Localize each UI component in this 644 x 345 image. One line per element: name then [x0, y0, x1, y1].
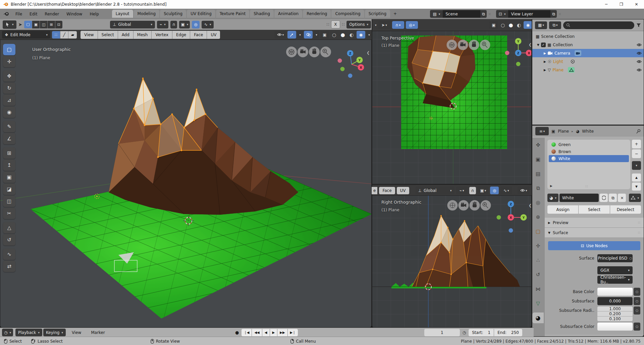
xray-toggle[interactable]: ▣: [489, 21, 498, 29]
stopwatch-icon[interactable]: ◷: [463, 330, 466, 335]
shading-solid-button[interactable]: ●: [507, 22, 514, 28]
tab-texture-paint[interactable]: Texture Paint: [216, 10, 249, 18]
menu-vertex[interactable]: Vertex: [152, 31, 172, 39]
tool-cursor[interactable]: ✛: [3, 56, 15, 67]
add-slot-button[interactable]: +: [632, 140, 641, 148]
tab-particles[interactable]: ∴: [532, 255, 544, 266]
list-expand-icon[interactable]: ▶: [550, 184, 552, 188]
animate-dot-button[interactable]: ○: [634, 306, 640, 315]
end-frame-field[interactable]: End:250: [494, 329, 522, 336]
mode-dropdown[interactable]: ❖ Edit Mode ▾: [2, 31, 50, 39]
menu-uv[interactable]: UV: [397, 187, 409, 194]
outliner-row-plane[interactable]: ▶ ▽ Plane: [532, 66, 644, 74]
editor-type-dropdown[interactable]: ≡▾: [535, 127, 549, 135]
slot-green[interactable]: Green: [549, 141, 629, 148]
animate-dot-button[interactable]: ○: [634, 288, 640, 296]
slot-specials-dropdown[interactable]: ▾: [632, 161, 641, 170]
tweak-cursor-icon[interactable]: ➤: [18, 22, 22, 27]
proportional-toggle[interactable]: ◎: [490, 187, 499, 194]
eye-icon[interactable]: [637, 68, 642, 72]
move-slot-down-button[interactable]: ▼: [632, 183, 641, 191]
list-grip[interactable]: ∷: [586, 185, 588, 188]
xray-toggle[interactable]: ▣: [320, 31, 329, 39]
outliner-row-collection[interactable]: ▼ ✓ ▦ Collection: [532, 41, 644, 49]
use-nodes-button[interactable]: ⊟ Use Nodes: [548, 241, 640, 250]
deselect-button[interactable]: Deselect: [610, 205, 641, 214]
radius-y-field[interactable]: 0.200: [597, 312, 633, 316]
tab-layout[interactable]: Layout: [112, 10, 133, 18]
tool-transform[interactable]: ◉: [3, 107, 15, 118]
breadcrumb-object[interactable]: Plane: [558, 129, 569, 134]
select-button[interactable]: Select: [579, 205, 609, 214]
overlays-toggle[interactable]: [304, 31, 313, 39]
snap-target-dropdown[interactable]: ⌁▾: [157, 21, 168, 28]
subsurface-method-dropdown[interactable]: Christensen-Bu.. ▾: [597, 276, 633, 284]
tool-annotate[interactable]: ✎: [3, 121, 15, 132]
menu-mesh[interactable]: Mesh: [133, 31, 152, 39]
editor-type-dropdown[interactable]: ▦▾: [535, 21, 547, 29]
mirror-x-toggle[interactable]: X: [331, 20, 340, 28]
scene-type-dropdown[interactable]: ▤ ▾: [430, 10, 443, 18]
menu-edit[interactable]: Edit: [26, 10, 41, 18]
gizmo-toggle[interactable]: [287, 31, 296, 39]
tab-modeling[interactable]: Modeling: [134, 10, 160, 18]
shading-dropdown[interactable]: ▾: [367, 31, 372, 39]
proportional-toggle[interactable]: ◎▾: [406, 21, 418, 29]
tab-object[interactable]: ▢: [532, 226, 544, 237]
close-button[interactable]: ✕: [629, 0, 644, 9]
menu-add[interactable]: Add: [118, 31, 133, 39]
overlays-dropdown[interactable]: ▾: [314, 31, 319, 39]
tool-rotate[interactable]: ↻: [3, 82, 15, 94]
menu-face[interactable]: Face: [379, 187, 395, 194]
tab-sculpting[interactable]: Sculpting: [160, 10, 186, 18]
tab-tool[interactable]: ✜: [532, 140, 544, 150]
menu-edge[interactable]: Edge: [172, 31, 190, 39]
minimize-button[interactable]: ─: [599, 0, 614, 9]
preview-panel-header[interactable]: ▶ Preview ∷: [545, 218, 644, 228]
edge-select-button[interactable]: ╱: [60, 31, 68, 39]
eye-icon[interactable]: [637, 43, 642, 47]
transform-orientation-dropdown[interactable]: ⊥ Global ▾: [416, 187, 454, 194]
tab-output[interactable]: ▤: [532, 168, 544, 179]
snap-target-dropdown[interactable]: ⌁▾: [456, 187, 468, 194]
tab-render[interactable]: ▣: [532, 154, 544, 165]
collection-checkbox[interactable]: ✓: [541, 43, 546, 47]
disclosure-icon[interactable]: ▼: [537, 43, 539, 47]
tool-add-cube[interactable]: ⊞: [3, 147, 15, 159]
tab-animation[interactable]: Animation: [274, 10, 302, 18]
tool-knife[interactable]: ✂: [3, 208, 15, 219]
blender-menu-icon[interactable]: [3, 12, 9, 16]
select-mode-invert-button[interactable]: ⊞: [48, 21, 55, 28]
subsurface-value-field[interactable]: 0.000: [597, 297, 633, 305]
tab-view-layer[interactable]: ⧉: [532, 183, 544, 194]
snap-toggle[interactable]: ∩▾: [392, 21, 404, 29]
tool-loop-cut[interactable]: ◫: [3, 196, 15, 207]
play-button[interactable]: ▶: [270, 329, 277, 336]
scene-name-field[interactable]: Scene: [443, 10, 480, 18]
shading-wireframe-button[interactable]: ○: [330, 32, 338, 38]
record-button[interactable]: ●: [235, 330, 239, 335]
tab-scene[interactable]: ◎: [532, 197, 544, 208]
eye-icon[interactable]: [637, 60, 642, 63]
slot-white[interactable]: White: [549, 155, 629, 162]
active-tool-dropdown[interactable]: ▾: [3, 20, 16, 29]
snap-options-dropdown[interactable]: ▣▾: [179, 21, 190, 28]
light-data-badge[interactable]: [570, 59, 576, 64]
display-mode-dropdown[interactable]: ⧉▾: [549, 21, 561, 29]
subsurface-color-swatch[interactable]: [597, 323, 633, 331]
radius-z-field[interactable]: 0.100: [597, 317, 633, 321]
gizmo-dropdown[interactable]: ▾: [298, 31, 303, 39]
viewport-right[interactable]: Z X Y ❮ Right Orthographic (1) Plane: [372, 195, 532, 328]
disclosure-icon[interactable]: ▶: [544, 52, 546, 55]
shading-wireframe-button[interactable]: ○: [499, 22, 506, 28]
tab-uv-editing[interactable]: UV Editing: [187, 10, 215, 18]
base-color-swatch[interactable]: [597, 288, 633, 296]
filter-icon[interactable]: [636, 23, 641, 27]
menu-view[interactable]: View: [80, 31, 97, 39]
material-browse-dropdown[interactable]: ◕▾: [547, 194, 558, 202]
view-layer-delete-button[interactable]: ×: [557, 10, 563, 18]
disclosure-icon[interactable]: ▶: [544, 60, 546, 63]
menu-edge-truncated[interactable]: e: [372, 187, 377, 194]
material-name-field[interactable]: White: [559, 194, 599, 202]
tab-modifiers[interactable]: ✢: [532, 240, 544, 251]
